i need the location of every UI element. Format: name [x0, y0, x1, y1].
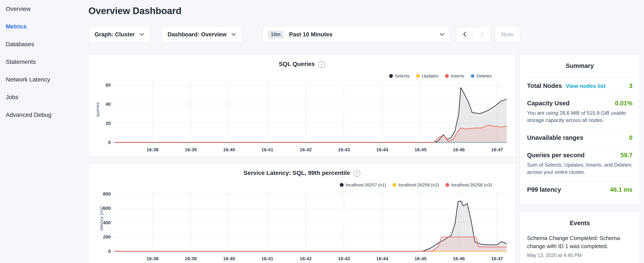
series-dot-icon	[471, 74, 474, 78]
summary-row-total-nodes: Total Nodes View nodes list 3	[527, 77, 632, 95]
chevron-down-icon	[231, 33, 236, 36]
view-nodes-list-link[interactable]: View nodes list	[566, 83, 606, 89]
svg-text:0: 0	[108, 249, 111, 254]
chevron-left-icon	[463, 32, 466, 38]
svg-text:400: 400	[103, 220, 111, 225]
svg-text:16:40: 16:40	[223, 147, 235, 152]
svg-text:16:40: 16:40	[223, 256, 235, 261]
time-step-buttons	[456, 26, 490, 43]
right-column: Summary Total Nodes View nodes list 3 Ca…	[520, 55, 640, 263]
svg-text:16:45: 16:45	[414, 147, 426, 152]
svg-text:20: 20	[106, 121, 111, 126]
sidebar-item-advanced-debug[interactable]: Advanced Debug	[0, 106, 88, 124]
summary-description: You are using 28.6 MiB of 515.9 GiB usab…	[527, 109, 632, 124]
series-dot-icon	[340, 183, 344, 187]
main-content: Overview Dashboard Graph: Cluster Dashbo…	[88, 0, 644, 263]
svg-text:16:47: 16:47	[491, 147, 503, 152]
svg-text:16:41: 16:41	[261, 256, 273, 261]
app-root: Overview Metrics Databases Statements Ne…	[0, 0, 644, 263]
svg-text:60: 60	[106, 82, 111, 88]
graph-scope-label: Graph: Cluster	[94, 31, 135, 38]
service-latency-chart-title: Service Latency: SQL, 99th percentilei	[89, 170, 515, 177]
time-range-label: Past 10 Minutes	[289, 31, 332, 38]
summary-value: 0	[629, 134, 632, 141]
svg-text:800: 800	[103, 191, 111, 197]
summary-value: 0.01%	[615, 100, 632, 107]
summary-label: Queries per second	[527, 152, 585, 159]
series-dot-icon	[446, 183, 449, 187]
svg-text:16:42: 16:42	[300, 256, 312, 261]
svg-text:16:42: 16:42	[300, 147, 312, 152]
time-range-badge: 10m	[268, 31, 284, 39]
svg-text:16:38: 16:38	[146, 147, 158, 152]
svg-text:16:39: 16:39	[185, 147, 197, 152]
svg-text:16:44: 16:44	[376, 147, 388, 152]
sql-queries-panel: SQL Queriesi Selects Updates	[88, 55, 515, 157]
summary-row-qps: Queries per second 59.7 Sum of Selects, …	[527, 146, 632, 181]
summary-label: Total Nodes	[527, 82, 562, 89]
svg-text:16:45: 16:45	[414, 256, 426, 261]
svg-text:16:38: 16:38	[146, 256, 158, 261]
time-step-back-button[interactable]	[456, 27, 473, 42]
event-timestamp: May 13, 2020 at 4:45 PM	[527, 252, 632, 258]
summary-panel: Summary Total Nodes View nodes list 3 Ca…	[520, 55, 640, 205]
sidebar-item-jobs[interactable]: Jobs	[0, 88, 88, 106]
event-list-item[interactable]: Schema Change Completed: Schema change w…	[527, 234, 632, 258]
dashboard-controls: Graph: Cluster Dashboard: Overview 10m P…	[88, 26, 640, 43]
svg-text:40: 40	[106, 102, 111, 107]
svg-text:200: 200	[103, 234, 111, 239]
summary-row-capacity: Capacity Used 0.01% You are using 28.6 M…	[527, 95, 632, 129]
info-icon[interactable]: i	[354, 170, 360, 177]
summary-label: Unavailable ranges	[527, 134, 583, 141]
events-panel: Events Schema Change Completed: Schema c…	[520, 212, 640, 263]
dashboard-body: SQL Queriesi Selects Updates	[88, 55, 640, 263]
graph-scope-dropdown[interactable]: Graph: Cluster	[88, 26, 150, 43]
summary-value: 46.1 ms	[610, 186, 632, 193]
series-dot-icon	[445, 74, 449, 78]
svg-text:16:43: 16:43	[338, 147, 350, 152]
summary-title: Summary	[527, 62, 632, 69]
charts-column: SQL Queriesi Selects Updates	[88, 55, 515, 263]
svg-text:16:41: 16:41	[261, 147, 273, 152]
summary-value: 3	[629, 82, 632, 89]
sidebar-item-overview[interactable]: Overview	[0, 0, 88, 18]
summary-value: 59.7	[620, 152, 632, 159]
info-icon[interactable]: i	[318, 61, 325, 68]
svg-text:16:43: 16:43	[338, 256, 350, 261]
time-step-forward-button[interactable]	[473, 27, 490, 42]
sidebar-item-network-latency[interactable]: Network Latency	[0, 71, 88, 88]
chevron-down-icon	[440, 33, 444, 36]
service-latency-panel: Service Latency: SQL, 99th percentilei l…	[88, 163, 515, 263]
sidebar-item-metrics[interactable]: Metrics	[0, 18, 88, 35]
sidebar-item-statements[interactable]: Statements	[0, 53, 88, 71]
chevron-right-icon	[480, 32, 484, 38]
summary-row-p99-latency: P99 latency 46.1 ms	[527, 181, 632, 198]
summary-label: Capacity Used	[527, 100, 570, 107]
svg-text:16:46: 16:46	[453, 147, 465, 152]
svg-text:16:39: 16:39	[185, 256, 197, 261]
sql-queries-chart-title: SQL Queriesi	[89, 61, 515, 68]
svg-text:16:46: 16:46	[453, 256, 465, 261]
sidebar: Overview Metrics Databases Statements Ne…	[0, 0, 88, 263]
series-dot-icon	[416, 74, 420, 78]
svg-text:16:44: 16:44	[376, 256, 388, 261]
events-title: Events	[527, 220, 632, 227]
service-latency-chart-canvas[interactable]: 020040060080016:3816:3916:4016:4116:4216…	[93, 187, 511, 263]
dashboard-dropdown[interactable]: Dashboard: Overview	[161, 26, 242, 43]
page-title: Overview Dashboard	[88, 5, 640, 17]
summary-row-unavailable-ranges: Unavailable ranges 0	[527, 129, 632, 146]
svg-text:0: 0	[108, 140, 111, 145]
dashboard-dropdown-label: Dashboard: Overview	[168, 31, 227, 38]
now-button[interactable]: Now	[495, 26, 520, 43]
series-dot-icon	[392, 183, 396, 187]
chevron-down-icon	[140, 33, 144, 36]
time-range-selector[interactable]: 10m Past 10 Minutes	[262, 26, 450, 43]
sidebar-item-databases[interactable]: Databases	[0, 35, 88, 53]
event-text: Schema Change Completed: Schema change w…	[527, 234, 632, 250]
sql-queries-chart-canvas[interactable]: 020406016:3816:3916:4016:4116:4216:4316:…	[93, 78, 511, 155]
svg-text:600: 600	[103, 205, 111, 211]
series-dot-icon	[389, 74, 393, 78]
svg-text:16:47: 16:47	[491, 256, 503, 261]
summary-label: P99 latency	[527, 186, 561, 193]
summary-description: Sum of Selects, Updates, Inserts, and De…	[527, 161, 632, 176]
